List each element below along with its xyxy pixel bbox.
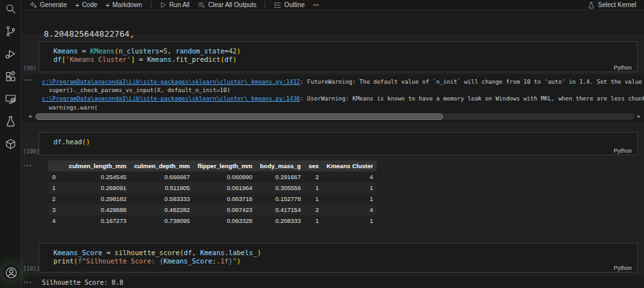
remote-explorer-icon[interactable]	[3, 91, 17, 106]
select-kernel-label: Select Kernel	[598, 1, 636, 8]
code-line: print(f"Silhouette Score: {Kmeans_Score:…	[53, 257, 637, 265]
table-cell: 2	[305, 171, 323, 182]
column-header: body_mass_g	[256, 160, 305, 171]
code-cell-100: df.head() [100] Python	[39, 132, 638, 155]
code-line: Kmeans = KMeans(n_clusters=5, random_sta…	[53, 47, 637, 55]
table-cell: 2	[305, 204, 323, 215]
column-header: culmen_length_mm	[65, 160, 130, 171]
clear-all-outputs-button[interactable]: Clear All Outputs	[198, 1, 256, 9]
scrollbar-thumb[interactable]	[35, 113, 443, 120]
warning-line: c:\ProgramData\anaconda3\Lib\site-packag…	[42, 78, 644, 86]
code-editor[interactable]: Kmeans = KMeans(n_clusters=5, random_sta…	[39, 42, 637, 64]
code-editor[interactable]: df.head()	[39, 133, 637, 146]
warning-output: c:\ProgramData\anaconda3\Lib\site-packag…	[42, 78, 644, 112]
extensions-icon[interactable]	[3, 69, 17, 83]
table-cell: 0.063328	[194, 215, 256, 226]
activity-bar	[0, 0, 21, 288]
table-cell: 0.666667	[130, 171, 194, 182]
language-label[interactable]: Python	[614, 64, 632, 71]
table-cell: 0.067423	[194, 204, 256, 215]
package-icon[interactable]	[3, 137, 17, 151]
output-collapse-button[interactable]: ···	[24, 77, 32, 84]
plus-icon: +	[75, 2, 79, 8]
sparkle-icon	[30, 1, 37, 9]
table-cell: 0.167273	[65, 215, 130, 226]
account-icon[interactable]	[3, 265, 19, 280]
column-header: culmen_depth_mm	[130, 160, 194, 171]
outline-button[interactable]: Outline	[274, 1, 305, 9]
row-index: 1	[48, 182, 65, 193]
table-cell: 0.208333	[256, 215, 305, 226]
vscode-notebook-window: { "toolbar": { "generate_label": "Genera…	[0, 0, 644, 288]
warning-line: c:\ProgramData\anaconda3\Lib\site-packag…	[42, 95, 644, 103]
table-cell: 1	[323, 215, 377, 226]
warning-text: : UserWarning: KMeans is known to have a…	[300, 95, 644, 102]
code-cell-101: Kmeans_Score = silhouette_score(df, Kmea…	[39, 243, 638, 273]
toolbar-divider	[151, 1, 151, 8]
scroll-right-arrow[interactable]: ▸	[638, 113, 641, 119]
code-editor[interactable]: Kmeans_Score = silhouette_score(df, Kmea…	[39, 244, 637, 265]
table-cell: 1	[305, 182, 323, 193]
table-cell: 0.511905	[130, 182, 194, 193]
source-control-icon[interactable]	[3, 24, 17, 38]
testing-icon[interactable]	[3, 114, 17, 128]
table-cell: 0.305556	[256, 182, 305, 193]
table-cell: 0.060990	[194, 171, 256, 182]
run-and-debug-icon[interactable]	[3, 46, 17, 61]
table-cell: 1	[305, 215, 323, 226]
scroll-left-arrow[interactable]: ◂	[28, 113, 32, 119]
table-row: 00.2545450.6666670.0609900.29166724	[48, 171, 377, 182]
table-row: 30.4298880.4822820.0674230.41715424	[48, 204, 377, 215]
outline-label: Outline	[284, 1, 305, 8]
table-cell: 4	[323, 171, 377, 182]
language-label[interactable]: Python	[614, 265, 632, 271]
output-collapse-button[interactable]: ···	[24, 162, 32, 169]
plus-icon: +	[106, 2, 109, 8]
add-code-label: Code	[82, 1, 97, 8]
row-index: 4	[48, 215, 65, 226]
table-body: 00.2545450.6666670.0609900.2916672410.26…	[48, 171, 377, 226]
warning-text: warnings.warn(	[42, 104, 98, 111]
table-cell: 0.291667	[256, 171, 305, 182]
table-cell: 0.061964	[194, 182, 256, 193]
table-cell: 1	[305, 193, 323, 204]
add-markdown-button[interactable]: + Markdown	[106, 1, 142, 8]
code-line: df['Kmeans Cluster'] = Kmeans.fit_predic…	[53, 55, 637, 64]
warning-text: super()._check_params_vs_input(X, defaul…	[42, 87, 231, 93]
table-header: culmen_length_mmculmen_depth_mmflipper_l…	[48, 160, 377, 171]
row-index: 3	[48, 204, 65, 215]
search-icon[interactable]	[3, 1, 17, 15]
column-header: sex	[305, 160, 323, 171]
table-cell: 0.429888	[65, 204, 130, 215]
column-header: flipper_length_mm	[194, 160, 256, 171]
toolbar-divider	[265, 1, 265, 8]
table-cell: 0.254545	[65, 171, 130, 182]
file-link[interactable]: c:\ProgramData\anaconda3\Lib\site-packag…	[42, 79, 300, 85]
language-label[interactable]: Python	[614, 148, 632, 154]
generate-button[interactable]: Generate	[30, 1, 67, 9]
run-all-button[interactable]: Run All	[160, 1, 190, 8]
warning-line: super()._check_params_vs_input(X, defaul…	[42, 86, 644, 95]
file-link[interactable]: c:\ProgramData\anaconda3\Lib\site-packag…	[42, 95, 300, 102]
kernel-icon	[587, 1, 595, 9]
execution-count: [99]	[23, 65, 36, 72]
clear-all-outputs-label: Clear All Outputs	[208, 1, 256, 8]
more-actions-button[interactable]: ⋯	[313, 1, 320, 8]
table-cell: 0.738095	[130, 215, 194, 226]
add-code-button[interactable]: + Code	[75, 1, 97, 8]
notebook-editor: 8.204825644822764, 7.187629163877249] Km…	[21, 10, 644, 288]
output-collapse-button[interactable]: ···	[24, 279, 32, 286]
run-all-label: Run All	[169, 1, 190, 8]
table-cell: 0.298182	[65, 193, 130, 204]
add-markdown-label: Markdown	[112, 1, 142, 8]
select-kernel-button[interactable]: Select Kernel	[587, 1, 636, 9]
table-row: 10.2690910.5119050.0619640.30555611	[48, 182, 377, 193]
code-line: df.head()	[53, 138, 637, 146]
table-cell: 1	[323, 193, 377, 204]
execution-count: [100]	[23, 148, 40, 155]
row-index: 2	[48, 193, 65, 204]
table-cell: 4	[323, 204, 377, 215]
play-icon	[160, 1, 167, 8]
horizontal-scrollbar[interactable]	[35, 113, 634, 120]
output-line: 8.204825644822764,	[44, 30, 135, 39]
